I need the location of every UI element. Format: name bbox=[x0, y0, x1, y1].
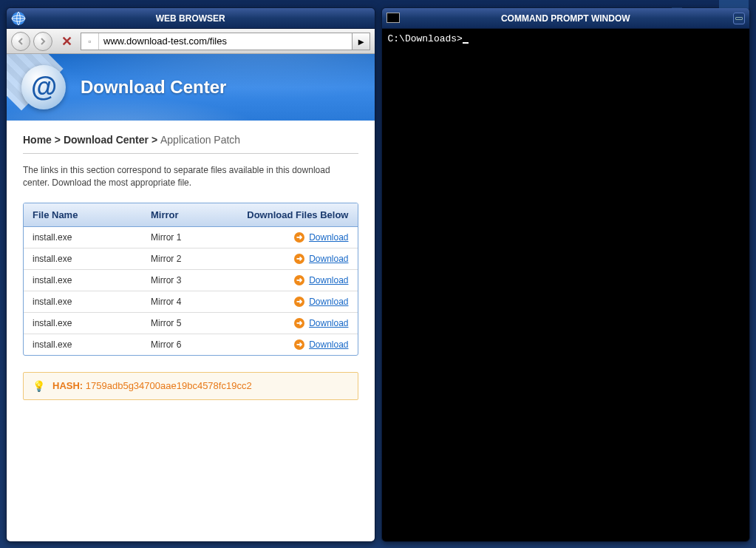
table-header: File Name Mirror Download Files Below bbox=[24, 203, 358, 227]
at-sign-icon: @ bbox=[21, 65, 66, 109]
download-arrow-icon: ➜ bbox=[294, 232, 304, 243]
mirror-name: Mirror 3 bbox=[151, 275, 239, 285]
browser-toolbar: ✕ ▫ ▸ bbox=[7, 29, 375, 54]
page-description: The links in this section correspond to … bbox=[23, 164, 358, 189]
minimize-button[interactable] bbox=[733, 13, 745, 24]
download-link[interactable]: Download bbox=[309, 275, 348, 285]
header-filename: File Name bbox=[33, 209, 151, 220]
table-row: install.exeMirror 5➜Download bbox=[24, 313, 358, 334]
globe-icon bbox=[11, 11, 26, 26]
mirror-name: Mirror 6 bbox=[151, 339, 239, 350]
forward-button[interactable] bbox=[33, 32, 52, 51]
breadcrumb-current: Application Patch bbox=[160, 134, 240, 146]
download-link[interactable]: Download bbox=[309, 297, 348, 307]
url-bar: ▫ ▸ bbox=[81, 33, 370, 50]
cmd-title: COMMAND PROMPT WINDOW bbox=[501, 13, 630, 24]
url-input[interactable] bbox=[99, 33, 352, 50]
terminal-body[interactable]: C:\Downloads> bbox=[382, 29, 750, 541]
hash-box: 💡 HASH: 1759adb5g34700aae19bc4578fc19cc2 bbox=[23, 372, 358, 400]
cursor bbox=[463, 42, 469, 44]
mirror-name: Mirror 2 bbox=[151, 254, 239, 264]
breadcrumb: Home > Download Center > Application Pat… bbox=[23, 134, 358, 154]
command-prompt-window: COMMAND PROMPT WINDOW C:\Downloads> bbox=[381, 7, 751, 542]
table-row: install.exeMirror 4➜Download bbox=[24, 291, 358, 313]
page-content[interactable]: @ Download Center Home > Download Center… bbox=[7, 54, 375, 541]
browser-title: WEB BROWSER bbox=[156, 13, 225, 24]
mirror-name: Mirror 1 bbox=[151, 232, 239, 243]
download-arrow-icon: ➜ bbox=[294, 275, 304, 285]
back-button[interactable] bbox=[11, 32, 30, 51]
table-row: install.exeMirror 1➜Download bbox=[24, 227, 358, 248]
table-row: install.exeMirror 3➜Download bbox=[24, 270, 358, 291]
mirror-name: Mirror 5 bbox=[151, 318, 239, 328]
download-link[interactable]: Download bbox=[309, 339, 348, 350]
download-table: File Name Mirror Download Files Below in… bbox=[23, 203, 358, 356]
hash-label: HASH: bbox=[52, 380, 83, 391]
go-button[interactable]: ▸ bbox=[352, 33, 370, 50]
file-name: install.exe bbox=[33, 275, 151, 285]
file-name: install.exe bbox=[33, 254, 151, 264]
download-link[interactable]: Download bbox=[309, 232, 348, 243]
browser-titlebar[interactable]: WEB BROWSER bbox=[7, 8, 375, 29]
breadcrumb-center[interactable]: Download Center bbox=[64, 134, 149, 146]
file-name: install.exe bbox=[33, 318, 151, 328]
download-link[interactable]: Download bbox=[309, 254, 348, 264]
mirror-name: Mirror 4 bbox=[151, 297, 239, 307]
file-name: install.exe bbox=[33, 232, 151, 243]
table-row: install.exeMirror 6➜Download bbox=[24, 334, 358, 355]
hash-value: 1759adb5g34700aae19bc4578fc19cc2 bbox=[86, 380, 252, 391]
lightbulb-icon: 💡 bbox=[33, 380, 45, 392]
download-arrow-icon: ➜ bbox=[294, 318, 304, 328]
download-arrow-icon: ➜ bbox=[294, 297, 304, 307]
file-name: install.exe bbox=[33, 339, 151, 350]
download-link[interactable]: Download bbox=[309, 318, 348, 328]
terminal-icon bbox=[386, 13, 401, 27]
page-icon: ▫ bbox=[81, 33, 99, 50]
file-name: install.exe bbox=[33, 297, 151, 307]
cmd-titlebar[interactable]: COMMAND PROMPT WINDOW bbox=[382, 8, 750, 29]
download-arrow-icon: ➜ bbox=[294, 254, 304, 264]
page-banner: @ Download Center bbox=[7, 54, 375, 121]
header-mirror: Mirror bbox=[151, 209, 239, 220]
download-arrow-icon: ➜ bbox=[294, 339, 304, 350]
table-row: install.exeMirror 2➜Download bbox=[24, 248, 358, 270]
stop-button[interactable]: ✕ bbox=[58, 33, 75, 50]
header-download: Download Files Below bbox=[239, 209, 349, 220]
web-browser-window: WEB BROWSER ✕ ▫ ▸ bbox=[6, 7, 375, 542]
banner-title: Download Center bbox=[81, 77, 226, 98]
breadcrumb-home[interactable]: Home bbox=[23, 134, 52, 146]
prompt-line: C:\Downloads> bbox=[388, 33, 469, 44]
